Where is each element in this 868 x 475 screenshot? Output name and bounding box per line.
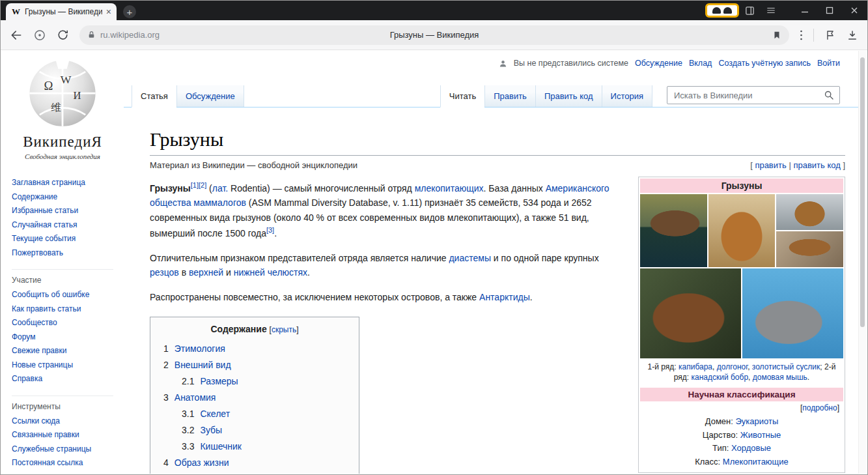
refresh-button[interactable] [57, 29, 69, 41]
edit-link[interactable]: править [755, 160, 786, 170]
sidebar-link[interactable]: Связанные правки [12, 428, 124, 442]
wiki-link[interactable]: [1] [191, 181, 199, 189]
wiki-link[interactable]: лат. [212, 182, 228, 193]
wiki-link[interactable]: канадский бобр [692, 373, 749, 382]
sidebar-link[interactable]: Постоянная ссылка [12, 456, 124, 470]
wiki-link[interactable]: верхней [189, 267, 223, 278]
golden-squirrel-image[interactable] [776, 194, 843, 230]
wikipedia-logo[interactable]: Ω W И 维 ВикипедиЯ Свободная энциклопедия [1, 56, 124, 160]
maximize-button[interactable] [823, 7, 836, 14]
search-input[interactable] [673, 90, 824, 101]
toc-item[interactable]: 4.1Питание [163, 471, 346, 474]
personal-link-login[interactable]: Войти [817, 59, 840, 68]
house-mouse-image[interactable] [742, 268, 843, 358]
wiki-link[interactable]: долгоног [717, 362, 748, 371]
sidebar-link[interactable]: Сообщить об ошибке [12, 288, 124, 302]
menu-icon[interactable] [766, 6, 776, 15]
wiki-link[interactable]: резцов [150, 267, 179, 278]
personal-link-talk[interactable]: Обсуждение [635, 59, 682, 68]
rank-value-link[interactable]: Эукариоты [735, 416, 778, 426]
wikipedia-globe-icon: Ω W И 维 [27, 56, 98, 128]
scrollbar-thumb[interactable] [860, 57, 865, 327]
sidebar-link[interactable]: Избранные статьи [12, 204, 124, 218]
wiki-link[interactable]: капибара [679, 362, 712, 371]
address-bar[interactable]: ru.wikipedia.org Грызуны — Википедия [79, 25, 789, 45]
sidebar-link[interactable]: Содержание [12, 190, 124, 205]
toc-item[interactable]: 3.2Зубы [163, 422, 346, 439]
wiki-search-box[interactable] [667, 86, 840, 104]
toc-number: 3.1 [182, 409, 194, 419]
details-link[interactable]: подробно [802, 403, 837, 412]
beaver-image[interactable] [640, 268, 741, 358]
browser-window: W Грызуны — Википедия × + [0, 0, 868, 475]
tab-edit-source[interactable]: Править код [535, 85, 602, 107]
yandex-services-icon[interactable] [33, 29, 46, 42]
tab-title: Грызуны — Википедия [25, 7, 102, 16]
rank-value-link[interactable]: Млекопитающие [723, 457, 789, 467]
toc-toggle: [скрыть] [270, 325, 299, 334]
sidebar-link[interactable]: Ссылки сюда [12, 414, 124, 429]
toc-item[interactable]: 3.3Кишечник [163, 439, 346, 455]
downloads-icon[interactable] [847, 29, 858, 41]
toc-item[interactable]: 1Этимология [163, 341, 346, 357]
classification-row: Тип: Хордовые [640, 442, 843, 455]
text-segment: , [712, 362, 717, 371]
back-button[interactable] [10, 29, 23, 42]
toc-item[interactable]: 3.1Скелет [163, 406, 346, 422]
sidebar-link[interactable]: Служебные страницы [12, 442, 124, 457]
browser-tab[interactable]: W Грызуны — Википедия × [6, 3, 117, 20]
wiki-link[interactable]: нижней челюстях [234, 267, 307, 278]
sidebar-link[interactable]: Новые страницы [12, 358, 124, 373]
sidebar-link[interactable]: Справка [12, 372, 124, 386]
close-button[interactable] [848, 7, 861, 14]
wiki-link[interactable]: золотистый суслик [752, 362, 820, 371]
wiki-link[interactable]: домовая мышь [753, 373, 807, 382]
toc-hide-link[interactable]: скрыть [272, 325, 296, 334]
sidebar-link[interactable]: Как править статьи [12, 302, 124, 317]
golden-squirrel-image-2[interactable] [776, 231, 843, 267]
bookmark-icon[interactable] [772, 30, 781, 40]
highlighted-extension-button[interactable] [705, 3, 739, 18]
tab-close-icon[interactable]: × [106, 7, 111, 16]
wiki-link[interactable]: [3] [266, 226, 274, 234]
edit-source-link[interactable]: править код [793, 160, 840, 170]
page-scrollbar[interactable] [858, 51, 867, 474]
personal-link-contribs[interactable]: Вклад [689, 59, 712, 68]
sidebar-link[interactable]: Форум [12, 330, 124, 345]
text-segment: ; [820, 362, 824, 371]
svg-text:W: W [61, 73, 72, 86]
new-tab-button[interactable]: + [123, 5, 136, 18]
springhare-image[interactable] [708, 194, 776, 267]
toc-item[interactable]: 2.1Размеры [163, 373, 346, 390]
tab-article[interactable]: Статья [132, 85, 176, 108]
rank-value-link[interactable]: Хордовые [731, 443, 771, 453]
wiki-link[interactable]: диастемы [449, 253, 491, 263]
tab-read[interactable]: Читать [440, 85, 484, 108]
personal-link-create-account[interactable]: Создать учётную запись [718, 59, 811, 68]
tab-history[interactable]: История [602, 85, 652, 107]
wiki-link[interactable]: Антарктиды [479, 292, 530, 302]
tab-edit[interactable]: Править [484, 85, 535, 107]
text-segment: . [530, 292, 533, 302]
search-icon[interactable] [824, 90, 834, 100]
toc-item[interactable]: 3Анатомия [163, 390, 346, 406]
toc-item[interactable]: 4Образ жизни [163, 455, 346, 471]
toc-item[interactable]: 2Внешний вид [163, 357, 346, 373]
sidebar-link[interactable]: Текущие события [12, 232, 124, 246]
collections-flag-icon[interactable] [824, 29, 836, 41]
sidebar-link[interactable]: Сообщество [12, 316, 124, 330]
wiki-link[interactable]: млекопитающих [415, 182, 484, 193]
tab-talk[interactable]: Обсуждение [176, 85, 244, 107]
wiki-link[interactable]: [2] [199, 181, 206, 189]
text-segment: Отличительным признаком представителей о… [150, 253, 449, 263]
sidebar-panel-icon[interactable] [744, 5, 755, 16]
minimize-button[interactable] [798, 7, 811, 14]
sidebar-link[interactable]: Пожертвовать [12, 246, 124, 261]
sidebar-link[interactable]: Случайная статья [12, 218, 124, 233]
sidebar-link[interactable]: Свежие правки [12, 344, 124, 358]
more-actions-icon[interactable] [800, 29, 803, 41]
capybara-image[interactable] [640, 194, 707, 267]
taxobox: Грызуны 1-й ряд: капибара, долгоног, зол… [638, 177, 845, 474]
sidebar-link[interactable]: Заглавная страница [12, 176, 124, 190]
rank-value-link[interactable]: Животные [740, 430, 781, 440]
